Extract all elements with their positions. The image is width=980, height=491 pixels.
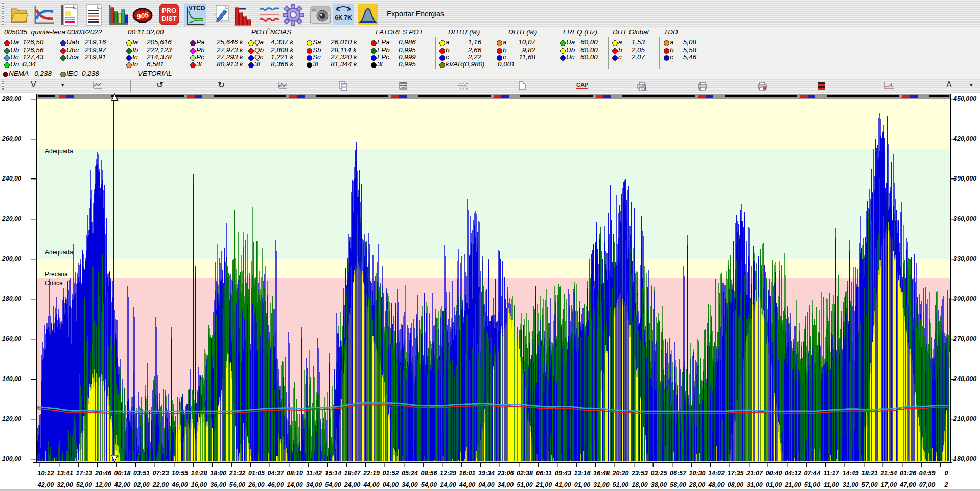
svg-text:20:46: 20:46 [95, 470, 112, 477]
svg-text:23:06: 23:06 [497, 470, 515, 477]
svg-text:46,00: 46,00 [171, 481, 188, 488]
svg-text:21:54: 21:54 [880, 470, 897, 477]
svg-text:57,00: 57,00 [861, 481, 877, 488]
svg-text:140,00: 140,00 [2, 375, 21, 383]
svg-text:02:38: 02:38 [517, 470, 533, 477]
svg-text:11:42: 11:42 [306, 470, 322, 477]
svg-text:44,00: 44,00 [459, 481, 475, 488]
svg-text:34,00: 34,00 [402, 481, 417, 488]
svg-text:16:48: 16:48 [593, 470, 610, 477]
svg-text:01:52: 01:52 [383, 470, 399, 477]
svg-text:51,00: 51,00 [613, 481, 628, 488]
svg-text:14,00: 14,00 [440, 481, 456, 488]
svg-text:270,000: 270,000 [953, 335, 976, 342]
svg-text:DIST: DIST [161, 15, 177, 23]
svg-text:VTCD: VTCD [189, 5, 205, 12]
svg-text:08:10: 08:10 [287, 470, 303, 477]
svg-text:47,00: 47,00 [899, 481, 916, 488]
svg-text:54,00: 54,00 [325, 481, 341, 488]
svg-text:10:12: 10:12 [38, 470, 54, 477]
svg-text:16:01: 16:01 [459, 470, 476, 477]
svg-text:17,00: 17,00 [881, 481, 897, 488]
svg-text:0: 0 [945, 470, 948, 477]
svg-text:01,00: 01,00 [766, 481, 782, 488]
svg-text:06:11: 06:11 [536, 470, 552, 477]
svg-text:22,00: 22,00 [152, 481, 169, 488]
svg-text:03:25: 03:25 [651, 470, 668, 477]
svg-text:13:16: 13:16 [574, 470, 591, 477]
svg-text:23:53: 23:53 [631, 470, 648, 477]
svg-text:18:00: 18:00 [210, 470, 226, 477]
svg-text:240,000: 240,000 [953, 375, 976, 383]
svg-text:13:41: 13:41 [57, 470, 73, 477]
svg-text:02,00: 02,00 [133, 481, 149, 488]
svg-text:Crítica: Crítica [45, 280, 63, 287]
svg-text:01,00: 01,00 [574, 481, 590, 488]
svg-text:05:24: 05:24 [402, 470, 418, 477]
svg-text:360,000: 360,000 [953, 215, 976, 222]
svg-text:51,00: 51,00 [804, 481, 820, 488]
svg-text:11,00: 11,00 [824, 481, 839, 488]
svg-text:21,00: 21,00 [784, 481, 801, 488]
svg-text:22:19: 22:19 [363, 470, 380, 477]
svg-text:12,00: 12,00 [95, 481, 111, 488]
svg-text:28,00: 28,00 [689, 481, 705, 488]
svg-text:260,00: 260,00 [2, 135, 21, 142]
svg-text:280,00: 280,00 [2, 95, 21, 102]
svg-text:01:05: 01:05 [248, 470, 265, 477]
svg-text:07,00: 07,00 [919, 481, 935, 488]
svg-text:10:55: 10:55 [172, 470, 189, 477]
svg-text:04:59: 04:59 [919, 470, 936, 477]
svg-text:41,00: 41,00 [554, 481, 571, 488]
svg-text:7K: 7K [344, 14, 352, 21]
svg-text:58,00: 58,00 [670, 481, 686, 488]
svg-text:300,000: 300,000 [953, 295, 976, 302]
svg-text:14:49: 14:49 [843, 470, 859, 477]
svg-text:38,00: 38,00 [651, 481, 667, 488]
svg-text:120,00: 120,00 [2, 415, 21, 422]
svg-text:24,00: 24,00 [344, 481, 360, 488]
svg-text:04:37: 04:37 [268, 470, 285, 477]
svg-text:31,00: 31,00 [746, 481, 762, 488]
svg-text:11:17: 11:17 [823, 470, 839, 477]
svg-text:56,00: 56,00 [229, 481, 245, 488]
svg-text:36,00: 36,00 [210, 481, 226, 488]
svg-text:18,00: 18,00 [632, 481, 647, 488]
svg-text:210,000: 210,000 [953, 415, 976, 422]
svg-text:240,00: 240,00 [2, 175, 21, 182]
svg-text:100,00: 100,00 [2, 455, 21, 462]
svg-text:180,000: 180,000 [953, 455, 976, 462]
svg-text:04,00: 04,00 [478, 481, 494, 488]
svg-text:07:44: 07:44 [804, 470, 821, 477]
svg-text:14,00: 14,00 [287, 481, 302, 488]
svg-text:160,00: 160,00 [2, 335, 21, 342]
svg-text:330,000: 330,000 [953, 255, 976, 262]
svg-text:07:23: 07:23 [153, 470, 169, 477]
svg-text:26,00: 26,00 [248, 481, 264, 488]
svg-text:180,00: 180,00 [2, 295, 21, 302]
svg-text:Adequada: Adequada [45, 249, 73, 256]
svg-text:15:14: 15:14 [325, 470, 341, 477]
svg-text:200,00: 200,00 [2, 255, 21, 262]
svg-text:Precária: Precária [45, 271, 68, 278]
svg-text:34,00: 34,00 [498, 481, 514, 488]
svg-text:14:02: 14:02 [708, 470, 725, 477]
svg-text:6K: 6K [335, 14, 343, 21]
svg-text:32,00: 32,00 [57, 481, 73, 488]
svg-text:03:51: 03:51 [133, 470, 150, 477]
svg-text:51,00: 51,00 [517, 481, 532, 488]
svg-text:09:43: 09:43 [555, 470, 571, 477]
svg-text:00:40: 00:40 [766, 470, 782, 477]
svg-text:54,00: 54,00 [421, 481, 437, 488]
svg-text:21:32: 21:32 [229, 470, 246, 477]
svg-text:42,00: 42,00 [37, 481, 54, 488]
svg-text:420,000: 420,000 [953, 135, 976, 142]
svg-text:08,00: 08,00 [728, 481, 743, 488]
svg-text:48,00: 48,00 [708, 481, 724, 488]
svg-text:16,00: 16,00 [191, 481, 207, 488]
svg-text:20:20: 20:20 [612, 470, 629, 477]
svg-text:31,00: 31,00 [843, 481, 858, 488]
svg-text:18:21: 18:21 [861, 470, 878, 477]
svg-text:42,00: 42,00 [114, 481, 130, 488]
svg-text:14:28: 14:28 [191, 470, 207, 477]
